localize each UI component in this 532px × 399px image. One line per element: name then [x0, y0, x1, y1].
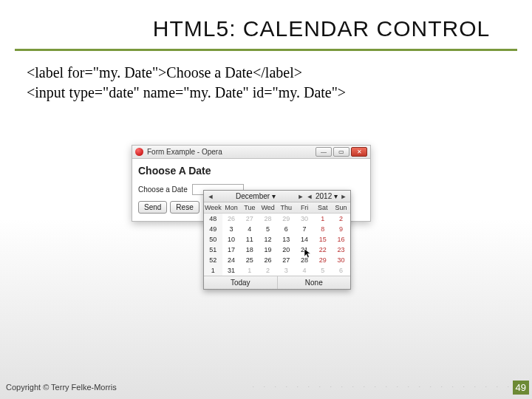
calendar-day[interactable]: 30 [296, 214, 314, 224]
copyright-text: Copyright © Terry Felke-Morris [6, 383, 117, 392]
day-header: Mon [222, 202, 241, 214]
calendar-day[interactable]: 4 [241, 224, 259, 234]
week-number: 49 [204, 224, 222, 234]
none-button[interactable]: None [278, 276, 351, 289]
calendar-day[interactable]: 11 [241, 234, 259, 245]
calendar-day[interactable]: 28 [259, 214, 277, 224]
calendar-day[interactable]: 1 [241, 265, 259, 276]
chevron-down-icon: ▾ [272, 192, 276, 200]
code-line-1: <label for="my. Date">Choose a Date</lab… [27, 63, 532, 83]
window-titlebar: Form Example - Opera — ▭ ✕ [132, 146, 370, 159]
calendar-day[interactable]: 7 [296, 224, 314, 234]
prev-year-icon[interactable]: ◄ [305, 193, 314, 200]
week-number: 50 [204, 234, 222, 245]
calendar-day[interactable]: 30 [332, 255, 350, 265]
day-header: Thu [277, 202, 296, 214]
calendar-day[interactable]: 3 [222, 224, 241, 234]
slide-title: HTML5: CALENDAR CONTROL [0, 0, 532, 46]
calendar-day[interactable]: 27 [241, 214, 259, 224]
mouse-cursor-icon [304, 249, 311, 258]
calendar-day[interactable]: 31 [222, 265, 241, 276]
code-block: <label for="my. Date">Choose a Date</lab… [0, 51, 532, 103]
calendar-day[interactable]: 16 [332, 234, 350, 245]
chevron-down-icon: ▾ [334, 192, 338, 200]
prev-month-icon[interactable]: ◄ [206, 193, 215, 200]
calendar-day[interactable]: 20 [277, 245, 296, 255]
calendar-day[interactable]: 2 [332, 214, 350, 224]
calendar-popup: ◄ December ▾ ► ◄ 2012 ▾ ► WeekMonTueWedT… [203, 190, 351, 290]
week-number: 51 [204, 245, 222, 255]
calendar-day[interactable]: 18 [241, 245, 259, 255]
calendar-day[interactable]: 8 [314, 224, 332, 234]
calendar-day[interactable]: 27 [277, 255, 296, 265]
calendar-day[interactable]: 26 [259, 255, 277, 265]
calendar-day[interactable]: 17 [222, 245, 241, 255]
calendar-day[interactable]: 3 [277, 265, 296, 276]
day-header: Wed [259, 202, 277, 214]
week-number: 1 [204, 265, 222, 276]
date-label: Choose a Date [138, 185, 188, 194]
calendar-header: ◄ December ▾ ► ◄ 2012 ▾ ► [204, 191, 350, 202]
minimize-button[interactable]: — [316, 147, 332, 157]
day-header: Fri [296, 202, 314, 214]
calendar-day[interactable]: 2 [259, 265, 277, 276]
calendar-day[interactable]: 26 [222, 214, 241, 224]
day-header: Sat [314, 202, 332, 214]
calendar-day[interactable]: 15 [314, 234, 332, 245]
close-button[interactable]: ✕ [351, 147, 367, 157]
window-buttons: — ▭ ✕ [316, 147, 367, 157]
calendar-day[interactable]: 4 [296, 265, 314, 276]
window-content: Choose A Date Choose a Date Send Rese ◄ … [132, 159, 370, 221]
footer-dots: . . . . . . . . . . . . . . . . . . . . … [252, 381, 513, 389]
calendar-day[interactable]: 19 [259, 245, 277, 255]
window-title: Form Example - Opera [147, 148, 316, 156]
calendar-day[interactable]: 25 [241, 255, 259, 265]
calendar-day[interactable]: 5 [314, 265, 332, 276]
day-header: Sun [332, 202, 350, 214]
reset-button[interactable]: Rese [170, 201, 199, 214]
calendar-day[interactable]: 14 [296, 234, 314, 245]
calendar-day[interactable]: 9 [332, 224, 350, 234]
send-button[interactable]: Send [138, 201, 167, 214]
calendar-grid: WeekMonTueWedThuFriSatSun482627282930124… [204, 202, 350, 276]
calendar-day[interactable]: 6 [332, 265, 350, 276]
calendar-footer: Today None [204, 276, 350, 289]
calendar-day[interactable]: 12 [259, 234, 277, 245]
code-line-2: <input type="date" name="my. Date" id="m… [27, 83, 532, 103]
month-label: December [236, 192, 270, 200]
next-year-icon[interactable]: ► [339, 193, 348, 200]
calendar-day[interactable]: 10 [222, 234, 241, 245]
calendar-day[interactable]: 21 [296, 245, 314, 255]
calendar-day[interactable]: 13 [277, 234, 296, 245]
browser-window: Form Example - Opera — ▭ ✕ Choose A Date… [132, 145, 371, 222]
calendar-day[interactable]: 5 [259, 224, 277, 234]
calendar-day[interactable]: 29 [277, 214, 296, 224]
opera-icon [135, 148, 143, 156]
calendar-month[interactable]: December ▾ [215, 192, 296, 200]
year-label: 2012 [316, 192, 332, 200]
calendar-day[interactable]: 22 [314, 245, 332, 255]
calendar-day[interactable]: 1 [314, 214, 332, 224]
page-heading: Choose A Date [138, 165, 364, 177]
calendar-day[interactable]: 24 [222, 255, 241, 265]
day-header: Week [204, 202, 222, 214]
today-button[interactable]: Today [204, 276, 278, 289]
calendar-day[interactable]: 6 [277, 224, 296, 234]
calendar-day[interactable]: 29 [314, 255, 332, 265]
next-month-icon[interactable]: ► [296, 193, 305, 200]
week-number: 52 [204, 255, 222, 265]
maximize-button[interactable]: ▭ [333, 147, 349, 157]
week-number: 48 [204, 214, 222, 224]
calendar-day[interactable]: 23 [332, 245, 350, 255]
page-number: 49 [513, 381, 529, 395]
day-header: Tue [241, 202, 259, 214]
calendar-year[interactable]: 2012 ▾ [314, 192, 339, 200]
